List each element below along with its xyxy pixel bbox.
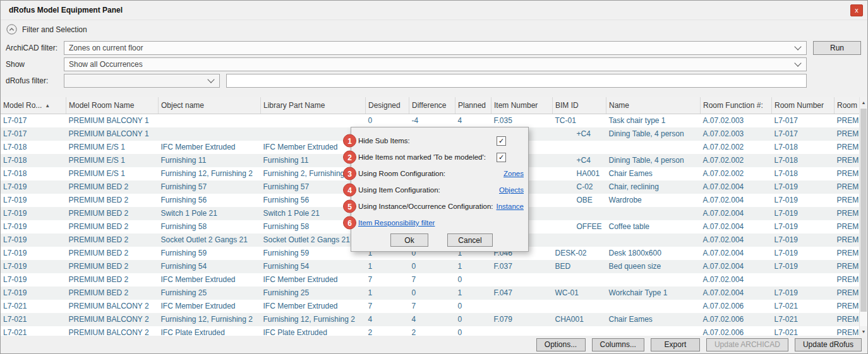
cell-item-number [491, 300, 553, 313]
zones-link[interactable]: Zones [503, 170, 524, 177]
archicad-filter-dropdown[interactable]: Zones on current floor [64, 41, 807, 55]
column-header-object-name[interactable]: Object name [159, 97, 261, 114]
item-responsibility-filter-link[interactable]: Item Responsibility filter [358, 219, 435, 227]
cell-library-part-name: IFC Member Extruded [261, 273, 366, 286]
collapse-chevron-up-icon[interactable] [6, 24, 17, 35]
drofus-filter-label: dRofus filter: [6, 76, 64, 85]
archicad-filter-row: ArchiCAD filter: Zones on current floor … [6, 40, 861, 55]
update-drofus-button[interactable]: Update dRofus [795, 338, 862, 351]
cell-difference: 0 [409, 260, 455, 273]
table-header-row: Model Ro...▲Model Room NameObject nameLi… [1, 97, 860, 114]
vertical-scrollbar[interactable]: ▲ ▼ [859, 97, 867, 337]
cell-model-ro: L7-019 [1, 207, 66, 220]
cell-room-name: PREMIUM BED 2 [835, 194, 860, 207]
hide-items-not-marked-to-be-modeled-checkbox[interactable]: ✓ [497, 153, 506, 162]
instance-link[interactable]: Instance [497, 203, 524, 210]
cell-designed: 4 [366, 313, 409, 326]
scroll-up-icon[interactable]: ▲ [860, 97, 867, 108]
cancel-button[interactable]: Cancel [447, 233, 493, 247]
column-header-room-number[interactable]: Room Number [772, 97, 835, 114]
ok-button[interactable]: Ok [390, 233, 428, 247]
column-header-model-ro[interactable]: Model Ro...▲ [1, 97, 66, 114]
options-button[interactable]: Options... [536, 338, 586, 351]
export-button[interactable]: Export [651, 338, 700, 351]
cell-name: Chair Eames [606, 167, 701, 180]
update-archicad-button[interactable]: Update ARCHICAD [706, 338, 788, 351]
cell-room-number: L7-019 [772, 260, 835, 273]
cell-room-number: L7-018 [772, 167, 835, 180]
cell-model-ro: L7-021 [1, 300, 66, 313]
cell-model-room-name: PREMIUM BED 2 [66, 194, 159, 207]
cell-room-number: L7-019 [772, 286, 835, 300]
cell-difference: 7 [409, 273, 455, 286]
cell-bim-id [553, 207, 606, 220]
cell-name [606, 273, 701, 286]
callout-marker-1: 1 [343, 134, 356, 148]
column-header-room-function[interactable]: Room Function #: [701, 97, 772, 114]
cell-item-number: F.035 [491, 114, 553, 127]
cell-bim-id: C-02 [553, 180, 606, 194]
drofus-filter-dropdown[interactable] [64, 74, 220, 88]
table-row[interactable]: L7-019PREMIUM BED 2Furnishing 25Furnishi… [1, 286, 860, 300]
cell-model-room-name: PREMIUM BED 2 [66, 247, 159, 260]
cell-model-ro: L7-019 [1, 273, 66, 286]
cell-model-room-name: PREMIUM BED 2 [66, 207, 159, 220]
table-row[interactable]: L7-019PREMIUM BED 2IFC Member ExtrudedIF… [1, 273, 860, 286]
cell-room-name: PREMIUM BED 2 [835, 207, 860, 220]
column-header-model-room-name[interactable]: Model Room Name [66, 97, 159, 114]
cell-room-function: A.07.02.003 [701, 127, 772, 141]
table-row[interactable]: L7-021PREMIUM BALCONY 2IFC Member Extrud… [1, 300, 860, 313]
cell-room-name: PREMIUM BED 2 [835, 260, 860, 273]
column-header-name[interactable]: Name [606, 97, 701, 114]
cell-model-ro: L7-019 [1, 286, 66, 300]
callout-marker-5: 5 [343, 200, 356, 213]
cell-object-name: IFC Member Extruded [159, 300, 261, 313]
cell-model-room-name: PREMIUM E/S 1 [66, 167, 159, 180]
chevron-down-icon [207, 76, 214, 83]
cell-difference: 4 [409, 313, 455, 326]
cell-room-function: A.07.02.006 [701, 313, 772, 326]
cell-name: Chair, reclining [606, 180, 701, 194]
table-row[interactable]: L7-019PREMIUM BED 2Furnishing 54Furnishi… [1, 260, 860, 273]
column-header-bim-id[interactable]: BIM ID [553, 97, 606, 114]
column-header-planned[interactable]: Planned [455, 97, 491, 114]
cell-object-name: Furnishing 54 [159, 260, 261, 273]
columns-button[interactable]: Columns... [592, 338, 644, 351]
dialog-row: 2Hide Items not marked 'To be modeled':✓ [358, 149, 525, 165]
cell-room-number: L7-017 [772, 127, 835, 141]
cell-room-name: PREMIUM BED 2 [835, 273, 860, 286]
cell-planned: 1 [455, 286, 491, 300]
column-header-room-name[interactable]: Room Name [835, 97, 860, 114]
cell-model-room-name: PREMIUM BED 2 [66, 286, 159, 300]
dialog-buttons: Ok Cancel [358, 233, 525, 247]
cell-bim-id: +C4 [553, 127, 606, 141]
table-row[interactable]: L7-021PREMIUM BALCONY 2Furnishing 12, Fu… [1, 313, 860, 326]
drofus-filter-input[interactable] [226, 74, 807, 88]
run-button[interactable]: Run [813, 41, 861, 55]
show-dropdown[interactable]: Show all Occurrences [64, 57, 807, 71]
cell-object-name: Furnishing 56 [159, 194, 261, 207]
cell-room-name: PREMIUM BED 2 [835, 286, 860, 300]
dialog-row: 6Item Responsibility filter [358, 215, 525, 231]
column-header-library-part-name[interactable]: Library Part Name [261, 97, 366, 114]
table-row[interactable]: L7-017PREMIUM BALCONY 10-44F.035TC-01Tas… [1, 114, 860, 127]
cell-model-ro: L7-017 [1, 127, 66, 141]
cell-model-ro: L7-018 [1, 167, 66, 180]
cell-name: Chair Eames [606, 313, 701, 326]
cell-model-room-name: PREMIUM BED 2 [66, 180, 159, 194]
column-header-item-number[interactable]: Item Number [491, 97, 553, 114]
cell-room-function: A.07.02.002 [701, 141, 772, 154]
column-header-designed[interactable]: Designed [366, 97, 409, 114]
using-item-configuration-label: Using Item Configuration: [358, 186, 499, 194]
scrollbar-thumb[interactable] [860, 109, 867, 312]
column-header-difference[interactable]: Difference [409, 97, 455, 114]
cell-item-number: F.079 [491, 313, 553, 326]
cell-designed: 0 [366, 114, 409, 127]
hide-sub-items-checkbox[interactable]: ✓ [497, 136, 506, 146]
cell-model-room-name: PREMIUM BALCONY 2 [66, 313, 159, 326]
close-button[interactable]: x [850, 4, 863, 16]
cell-object-name: IFC Member Extruded [159, 273, 261, 286]
objects-link[interactable]: Objects [499, 186, 524, 194]
cell-bim-id [553, 300, 606, 313]
cell-bim-id [553, 141, 606, 154]
